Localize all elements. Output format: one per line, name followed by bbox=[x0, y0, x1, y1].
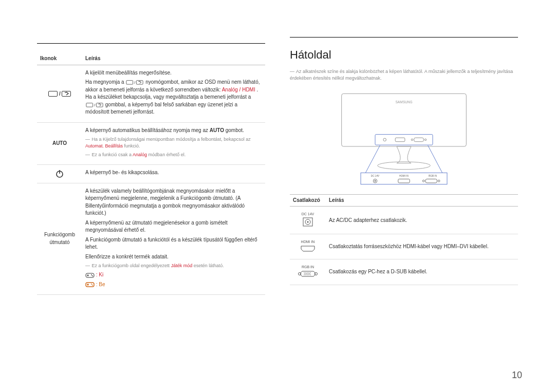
svg-point-31 bbox=[375, 180, 376, 182]
port-label-hdmi: HDMI IN bbox=[399, 175, 409, 177]
port-label-dc: DC 14V bbox=[371, 175, 380, 177]
svg-point-54 bbox=[310, 274, 310, 275]
svg-line-29 bbox=[428, 145, 442, 173]
svg-rect-20 bbox=[375, 135, 433, 145]
icon-power bbox=[37, 165, 82, 183]
table-row: HDMI IN Csatlakoztatás forráseszközhöz H… bbox=[290, 234, 518, 259]
table-header-row: Ikonok Leírás bbox=[37, 53, 265, 65]
game-controller-outline-icon bbox=[85, 272, 95, 278]
vga-port-icon bbox=[298, 270, 318, 278]
power-icon bbox=[55, 169, 64, 178]
game-controller-filled-icon bbox=[85, 282, 95, 288]
row4-desc-p1: A készülék valamely beállítógombjának me… bbox=[85, 188, 262, 217]
brand-logo: SAMSUNG bbox=[396, 100, 413, 104]
table-header-row: Csatlakozó Leírás bbox=[290, 194, 518, 207]
svg-point-17 bbox=[91, 284, 92, 285]
rear-panel-note: ― Az alkatrészek színe és alakja különbö… bbox=[290, 68, 518, 82]
table-row: DC 14V Az AC/DC adapterhez csatlakozik. bbox=[290, 207, 518, 234]
svg-rect-0 bbox=[49, 91, 58, 97]
icons-table: Ikonok Leírás / bbox=[37, 53, 265, 295]
svg-point-53 bbox=[308, 274, 309, 275]
svg-text:/: / bbox=[94, 103, 96, 107]
svg-rect-3 bbox=[126, 81, 133, 85]
svg-point-23 bbox=[411, 139, 413, 140]
svg-rect-6 bbox=[86, 103, 93, 107]
svg-rect-24 bbox=[414, 138, 424, 141]
dc-description: Az AC/DC adapterhez csatlakozik. bbox=[326, 207, 518, 234]
connector-rgb: RGB IN bbox=[290, 259, 326, 285]
manual-page: Ikonok Leírás / bbox=[0, 0, 555, 392]
svg-point-50 bbox=[304, 274, 304, 275]
table-row: / A kijelölt menübeállítás megerősítése.… bbox=[37, 65, 265, 122]
svg-point-52 bbox=[307, 274, 307, 275]
row4-note: ― Ez a funkciógomb oldal engedélyezett J… bbox=[85, 263, 262, 269]
source-button-icon: / bbox=[48, 89, 71, 98]
svg-point-43 bbox=[307, 272, 307, 273]
svg-point-49 bbox=[309, 273, 310, 274]
rgb-description: Csatlakozás egy PC-hez a D-SUB kábellel. bbox=[326, 259, 518, 285]
row4-desc-p4: Ellenőrizze a konkrét termék adatait. bbox=[85, 253, 262, 261]
table-row: A képernyő be- és kikapcsolása. bbox=[37, 165, 265, 183]
icon-auto: AUTO bbox=[37, 122, 82, 165]
page-number: 10 bbox=[512, 368, 522, 382]
svg-point-21 bbox=[383, 138, 386, 141]
svg-line-28 bbox=[365, 145, 380, 173]
svg-point-47 bbox=[306, 273, 307, 274]
table-row: AUTO A képernyő automatikus beállításáho… bbox=[37, 122, 265, 165]
source-button-icon: / bbox=[125, 79, 144, 85]
connector-dc: DC 14V bbox=[290, 207, 326, 234]
row4-option-on: : Be bbox=[85, 281, 262, 289]
row3-desc: A képernyő be- és kikapcsolása. bbox=[85, 169, 262, 177]
svg-point-46 bbox=[305, 273, 305, 274]
svg-text:/: / bbox=[135, 80, 136, 85]
row2-note2: ― Ez a funkció csak a Analóg módban érhe… bbox=[85, 152, 262, 158]
connectors-table: Csatlakozó Leírás DC 14V Az AC/DC adapte… bbox=[290, 194, 518, 285]
label-function-guide: Funkciógomb útmutató bbox=[37, 183, 82, 295]
svg-point-13 bbox=[91, 274, 92, 275]
row2-desc-auto: A képernyő automatikus beállításához nyo… bbox=[85, 127, 262, 135]
svg-point-18 bbox=[92, 285, 93, 286]
svg-point-33 bbox=[422, 180, 424, 182]
source-button-icon: / bbox=[85, 102, 104, 108]
column-top-rule bbox=[37, 43, 265, 44]
icon-source-button: / bbox=[37, 65, 82, 122]
table-row: Funkciógomb útmutató A készülék valamely… bbox=[37, 183, 265, 295]
svg-point-51 bbox=[305, 274, 306, 275]
svg-point-44 bbox=[308, 272, 309, 273]
svg-point-26 bbox=[378, 162, 431, 170]
port-label-rgb: RGB IN bbox=[429, 175, 437, 177]
hdmi-description: Csatlakoztatás forráseszközhöz HDMI-kábe… bbox=[326, 234, 518, 259]
svg-point-48 bbox=[308, 273, 308, 274]
svg-point-14 bbox=[92, 275, 93, 276]
row4-desc-p3: A Funkciógomb útmutató a funkciótól és a… bbox=[85, 236, 262, 251]
table-header-icons: Ikonok bbox=[37, 53, 82, 65]
column-top-rule bbox=[290, 37, 518, 38]
table-header-connector: Csatlakozó bbox=[290, 194, 326, 207]
svg-point-42 bbox=[305, 272, 306, 273]
svg-point-38 bbox=[307, 221, 309, 223]
row1-desc-source: Ha megnyomja a / nyomógombot, amikor az … bbox=[85, 79, 262, 116]
svg-point-35 bbox=[438, 180, 440, 182]
left-column: Ikonok Leírás / bbox=[37, 37, 265, 392]
svg-point-25 bbox=[424, 139, 426, 140]
table-header-description: Leírás bbox=[326, 194, 518, 207]
dc-jack-icon bbox=[301, 217, 314, 227]
svg-rect-32 bbox=[398, 179, 410, 182]
svg-rect-22 bbox=[395, 138, 405, 141]
svg-point-41 bbox=[304, 272, 304, 273]
row2-note1: ― Ha a Kijelző tulajdonságai menüpontban… bbox=[85, 136, 262, 150]
row4-option-off: : Ki bbox=[85, 271, 262, 279]
table-header-description: Leírás bbox=[82, 53, 265, 65]
row4-desc-p2: A képernyőmenü az útmutató megjelenéseko… bbox=[85, 219, 262, 234]
svg-rect-34 bbox=[425, 179, 437, 182]
rear-panel-heading: Hátoldal bbox=[290, 47, 518, 63]
monitor-rear-illustration: SAMSUNG DC 14V HDMI IN RGB IN bbox=[332, 89, 476, 185]
row1-desc-confirm: A kijelölt menübeállítás megerősítése. bbox=[85, 69, 262, 77]
right-column: Hátoldal ― Az alkatrészek színe és alakj… bbox=[290, 37, 518, 392]
hdmi-port-icon bbox=[300, 245, 316, 252]
connector-hdmi: HDMI IN bbox=[290, 234, 326, 259]
svg-text:/: / bbox=[59, 91, 61, 97]
svg-point-45 bbox=[310, 272, 310, 273]
table-row: RGB IN Csatlakozás egy PC-h bbox=[290, 259, 518, 285]
